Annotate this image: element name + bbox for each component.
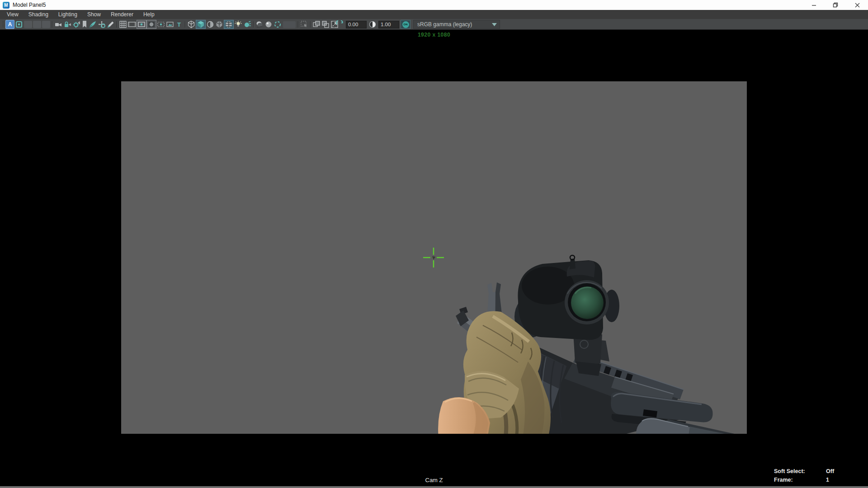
select-tool-icon[interactable]: A	[5, 20, 14, 29]
camera-attributes-icon[interactable]	[72, 20, 81, 29]
snap-to-grids-icon[interactable]	[312, 20, 321, 29]
color-managed-badge[interactable]: ON	[401, 20, 410, 29]
specular-toggle-icon[interactable]	[264, 20, 273, 29]
safe-action-icon[interactable]	[165, 20, 175, 29]
maya-app-icon: M	[3, 2, 9, 9]
menubar: View Shading Lighting Show Renderer Help	[0, 10, 868, 19]
menu-shading[interactable]: Shading	[24, 10, 53, 19]
menu-show[interactable]: Show	[82, 10, 106, 19]
move-tool-icon[interactable]	[97, 20, 106, 29]
safe-title-icon[interactable]: T	[175, 20, 184, 29]
resolution-gate-label: 868 x 488	[0, 32, 868, 38]
grid-toggle-icon[interactable]	[118, 20, 127, 29]
textured-mode-icon[interactable]	[224, 20, 234, 29]
contrast-icon[interactable]	[368, 20, 377, 29]
soft-select-label: Soft Select:	[774, 468, 805, 474]
camera-name-label: Cam Z	[0, 477, 868, 483]
snap-to-curves-icon[interactable]	[321, 20, 330, 29]
wireframe-on-shaded-icon[interactable]	[215, 20, 224, 29]
frame-value: 1	[826, 477, 829, 483]
film-gate-icon[interactable]	[127, 20, 137, 29]
field-chart-icon[interactable]	[156, 20, 165, 29]
grip-handle-icon[interactable]	[1, 20, 5, 29]
paint-effects-icon[interactable]	[88, 20, 97, 29]
viewport-scene	[121, 81, 747, 434]
minimize-button[interactable]	[803, 0, 825, 10]
exposure-field[interactable]	[346, 21, 367, 28]
menu-renderer[interactable]: Renderer	[106, 10, 138, 19]
soft-select-value: Off	[826, 468, 834, 474]
sight-lens	[571, 286, 604, 319]
toolbar-divider	[309, 20, 312, 29]
menu-view[interactable]: View	[2, 10, 24, 19]
restore-icon	[833, 2, 838, 8]
view-transform-dropdown[interactable]: sRGB gamma (legacy)	[413, 20, 500, 29]
toolbar-divider	[184, 20, 187, 29]
viewport-3d[interactable]	[121, 81, 747, 434]
disabled-tool-icon	[42, 21, 50, 28]
gamma-field[interactable]	[378, 21, 399, 28]
ambient-occlusion-icon[interactable]	[273, 20, 282, 29]
toolbar-divider	[297, 20, 300, 29]
disabled-tool-icon	[24, 21, 32, 28]
model-panel5-window: M Model Panel5 View Shading Lighting Sho…	[0, 0, 868, 488]
bookmarks-icon[interactable]	[81, 20, 88, 29]
titlebar[interactable]: M Model Panel5	[0, 0, 868, 10]
multisampling-disabled-control	[283, 21, 296, 28]
restore-button[interactable]	[825, 0, 846, 10]
gate-mask-icon[interactable]	[146, 20, 156, 29]
disabled-tool-icon	[33, 21, 41, 28]
lasso-tool-icon[interactable]	[14, 20, 24, 29]
toolbar-divider	[332, 20, 335, 29]
viewport-toolbar: A	[0, 19, 868, 30]
shade-options-icon[interactable]	[206, 20, 215, 29]
default-lighting-icon[interactable]	[243, 20, 252, 29]
wireframe-mode-icon[interactable]	[187, 20, 196, 29]
toolbar-divider	[51, 20, 54, 29]
close-icon	[855, 3, 860, 8]
window-bottom-border	[0, 486, 868, 488]
toolbar-divider	[115, 20, 118, 29]
frame-label: Frame:	[774, 477, 793, 483]
smooth-shade-mode-icon[interactable]	[196, 20, 206, 29]
menu-lighting[interactable]: Lighting	[53, 10, 82, 19]
chevron-down-icon	[492, 23, 497, 26]
gamma-correction-icon[interactable]	[335, 20, 344, 29]
resolution-gate-icon[interactable]	[137, 20, 146, 29]
close-button[interactable]	[846, 0, 868, 10]
on-badge-icon: ON	[402, 21, 409, 28]
view-transform-value: sRGB gamma (legacy)	[414, 21, 492, 28]
use-all-lights-icon[interactable]	[234, 20, 243, 29]
window-title: Model Panel5	[13, 2, 46, 8]
camera-lock-icon[interactable]	[63, 20, 72, 29]
camera-select-icon[interactable]	[54, 20, 63, 29]
minimize-icon	[811, 3, 816, 8]
pencil-tool-icon[interactable]	[106, 20, 115, 29]
isolate-select-icon[interactable]	[300, 20, 309, 29]
hud-readout: Soft Select: Off Frame: 1	[774, 468, 846, 485]
menu-help[interactable]: Help	[138, 10, 160, 19]
shadows-toggle-icon[interactable]	[255, 20, 264, 29]
toolbar-divider	[252, 20, 255, 29]
